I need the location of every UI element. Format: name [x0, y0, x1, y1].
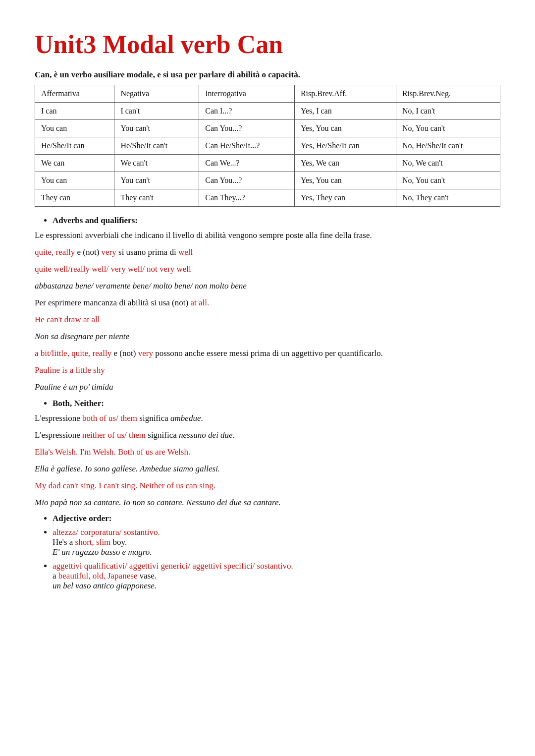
col-risp-aff: Risp.Brev.Aff. [294, 85, 396, 103]
both-l1-plain: L'espressione [35, 413, 82, 423]
col-negativa: Negativa [114, 85, 199, 103]
cell: Yes, They can [294, 189, 396, 207]
col-risp-neg: Risp.Brev.Neg. [396, 85, 500, 103]
both-l2-italic: nessuno dei due [179, 430, 233, 440]
cell: He/She/It can [35, 137, 114, 155]
both-l1-italic: ambedue [170, 413, 201, 423]
adverbs-section: Adverbs and qualifiers: [53, 216, 500, 226]
both-line1: L'espressione both of us/ them significa… [35, 411, 500, 425]
cell: They can't [114, 189, 199, 207]
adverbs-example-italic: Non sa disegnare per niente [35, 330, 500, 344]
both-example1-italic: Ella è gallese. Io sono gallese. Ambedue… [35, 462, 500, 476]
cell: Yes, I can [294, 103, 396, 120]
both-l2-dot: . [233, 430, 235, 440]
adj-sub1-ex-end: boy. [110, 537, 127, 547]
cell: Yes, He/She/It can [294, 137, 396, 155]
both-l1-end: significa [137, 413, 170, 423]
cell: Can We...? [199, 155, 295, 172]
both-l1-dot: . [201, 413, 203, 423]
adverbs-e-not: e (not) [75, 247, 101, 257]
adverbs-well: well [178, 247, 193, 257]
cell: I can't [114, 103, 199, 120]
both-l2-red: neither of us/ them [82, 430, 146, 440]
adverbs-line5: Per esprimere mancanza di abilità si usa… [35, 296, 500, 310]
adj-order-sub1: altezza/ corporatura/ sostantivo. He's a… [53, 527, 500, 557]
page-title: Unit3 Modal verb Can [35, 30, 500, 59]
pauline-example-italic: Pauline è un po' timida [35, 380, 500, 394]
both-header: Both, Neither: [53, 399, 104, 408]
adverbs-line8: a bit/little, quite, really e (not) very… [35, 347, 500, 360]
adverbs-possono: possono anche essere messi prima di un a… [153, 349, 383, 358]
adj-order-header: Adjective order: [53, 514, 111, 523]
intro-text: Can, è un verbo ausiliare modale, e si u… [35, 68, 500, 82]
cell: No, I can't [396, 103, 500, 120]
both-l2-end: significa [146, 430, 179, 440]
adj-sub1-red: altezza/ corporatura/ sostantivo. [53, 527, 160, 537]
cell: Can You...? [199, 172, 295, 189]
cell: No, You can't [396, 172, 500, 189]
adverbs-example-red: He can't draw at all [35, 313, 500, 327]
adj-order-header-item: Adjective order: [53, 514, 500, 523]
table-row: He/She/It can He/She/It can't Can He/She… [35, 137, 500, 155]
adverbs-quite-really: quite, really [35, 247, 75, 257]
cell: Yes, You can [294, 172, 396, 189]
both-l1-red: both of us/ them [82, 413, 137, 423]
adverbs-enot: e (not) [111, 349, 138, 358]
table-row: You can You can't Can You...? Yes, You c… [35, 172, 500, 189]
adverbs-very: very [102, 247, 116, 257]
cell: We can [35, 155, 114, 172]
adj-sub2-red: aggettivi qualificativi/ aggettivi gener… [53, 561, 293, 571]
adverbs-line3: quite well/really well/ very well/ not v… [35, 262, 500, 276]
both-example1-red: Ella's Welsh. I'm Welsh. Both of us are … [35, 445, 500, 459]
cell: We can't [114, 155, 199, 172]
adverbs-header-item: Adverbs and qualifiers: [53, 216, 500, 226]
cell: No, They can't [396, 189, 500, 207]
adj-sub2-ex-red: beautiful, old, Japanese [58, 571, 138, 581]
col-interrogativa: Interrogativa [199, 85, 295, 103]
adj-order-section: Adjective order: [53, 514, 500, 523]
cell: I can [35, 103, 114, 120]
adverbs-header: Adverbs and qualifiers: [53, 216, 138, 225]
col-affermativa: Affermativa [35, 85, 114, 103]
table-header-row: Affermativa Negativa Interrogativa Risp.… [35, 85, 500, 103]
adj-sub2-ex-end: vase. [137, 571, 157, 581]
adverbs-prima-di: si usano prima di [116, 247, 178, 257]
adj-sub1-ex-red: short, slim [75, 537, 111, 547]
adverbs-not-plain: Per esprimere mancanza di abilità si usa… [35, 298, 190, 307]
cell: Can I...? [199, 103, 295, 120]
table-row: We can We can't Can We...? Yes, We can N… [35, 155, 500, 172]
adj-sub1-ex-plain: He's a [53, 537, 75, 547]
pauline-example-red: Pauline is a little shy [35, 363, 500, 377]
cell: You can [35, 120, 114, 137]
table-row: They can They can't Can They...? Yes, Th… [35, 189, 500, 207]
both-l2-plain: L'espressione [35, 430, 82, 440]
adverbs-abit: a bit/little, quite, really [35, 349, 111, 358]
adj-sub2-ex-plain: a [53, 571, 58, 581]
adverbs-at-all: at all. [190, 298, 209, 307]
cell: No, He/She/It can't [396, 137, 500, 155]
cell: He/She/It can't [114, 137, 199, 155]
adverbs-very2: very [138, 349, 153, 358]
cell: Can He/She/It...? [199, 137, 295, 155]
cell: Yes, We can [294, 155, 396, 172]
cell: You can't [114, 120, 199, 137]
adverbs-line1: Le espressioni avverbiali che indicano i… [35, 229, 500, 242]
both-header-item: Both, Neither: [53, 399, 500, 408]
both-section: Both, Neither: [53, 399, 500, 408]
adj-sub2-italic: un bel vaso antico giapponese. [53, 581, 157, 590]
both-line2: L'espressione neither of us/ them signif… [35, 428, 500, 442]
adj-order-sub-list: altezza/ corporatura/ sostantivo. He's a… [53, 527, 500, 591]
adverbs-line2: quite, really e (not) very si usano prim… [35, 245, 500, 259]
cell: No, You can't [396, 120, 500, 137]
conjugation-table: Affermativa Negativa Interrogativa Risp.… [35, 85, 500, 207]
cell: No, We can't [396, 155, 500, 172]
both-example2-red: My dad can't sing. I can't sing. Neither… [35, 479, 500, 493]
adj-order-sub2: aggettivi qualificativi/ aggettivi gener… [53, 561, 500, 591]
table-row: You can You can't Can You...? Yes, You c… [35, 120, 500, 137]
cell: Yes, You can [294, 120, 396, 137]
adj-sub1-italic: E' un ragazzo basso e magro. [53, 547, 152, 557]
cell: They can [35, 189, 114, 207]
both-example2-italic: Mio papà non sa cantare. Io non so canta… [35, 496, 500, 510]
cell: Can They...? [199, 189, 295, 207]
table-row: I can I can't Can I...? Yes, I can No, I… [35, 103, 500, 120]
